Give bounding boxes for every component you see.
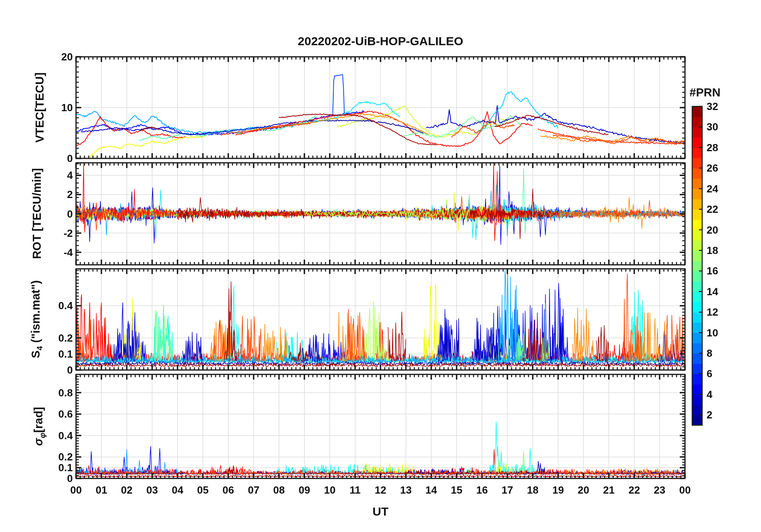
x-tick-label: 06 <box>222 484 234 496</box>
x-tick-label: 04 <box>172 484 183 496</box>
colorbar-tick-label: 8 <box>707 347 712 360</box>
x-tick-label: 03 <box>146 484 158 496</box>
colorbar-tick-label: 32 <box>707 100 718 113</box>
figure-root: 20220202-UiB-HOP-GALILEO VTEC[TECU] ROT … <box>0 0 761 532</box>
x-tick-label: 18 <box>527 484 539 496</box>
y-tick-label: 0.8 <box>17 386 73 399</box>
y-tick-label: 0.1 <box>17 348 73 360</box>
y-tick-label: 0.1 <box>17 462 73 474</box>
x-tick-label: 09 <box>298 484 310 496</box>
y-tick-label: 0 <box>17 364 73 376</box>
x-tick-label: 02 <box>121 484 132 496</box>
x-tick-label: 13 <box>400 484 412 496</box>
colorbar-tick-label: 10 <box>707 326 718 339</box>
colorbar-tick-label: 18 <box>707 244 718 256</box>
x-tick-label: 00 <box>679 484 691 496</box>
y-tick-label: 0 <box>17 208 73 220</box>
x-tick-label: 05 <box>197 484 209 496</box>
colorbar-tick-label: 24 <box>707 182 718 195</box>
x-tick-label: 11 <box>350 484 361 496</box>
colorbar-tick-label: 30 <box>707 121 718 133</box>
chart-title: 20220202-UiB-HOP-GALILEO <box>298 34 463 48</box>
y-tick-label: 10 <box>17 102 73 114</box>
x-tick-label: 00 <box>70 484 82 496</box>
colorbar-tick-label: 26 <box>707 162 718 174</box>
y-tick-label: 4 <box>17 169 73 182</box>
x-tick-label: 01 <box>96 484 107 496</box>
x-tick-label: 15 <box>451 484 463 496</box>
x-tick-label: 08 <box>273 484 285 496</box>
colorbar-tick-label: 28 <box>707 141 718 154</box>
x-tick-label: 17 <box>502 484 513 496</box>
y-tick-label: 20 <box>17 51 73 63</box>
x-tick-label: 23 <box>654 484 665 496</box>
colorbar-tick-label: 20 <box>707 224 718 236</box>
x-tick-label: 20 <box>578 484 589 496</box>
x-tick-label: 12 <box>375 484 387 496</box>
x-tick-label: 21 <box>603 484 615 496</box>
colorbar-tick-label: 22 <box>707 203 718 216</box>
y-tick-label: 0.6 <box>17 408 73 420</box>
y-tick-label: -4 <box>17 246 73 258</box>
x-tick-label: 14 <box>425 484 437 496</box>
y-tick-label: 0.2 <box>17 451 73 463</box>
x-tick-label: 16 <box>476 484 488 496</box>
chart-canvas <box>0 0 761 532</box>
y-tick-label: 0 <box>17 152 73 165</box>
y-tick-label: 2 <box>17 188 73 201</box>
colorbar-tick-label: 4 <box>707 388 712 400</box>
y-tick-label: 0.2 <box>17 332 73 344</box>
colorbar-tick-label: 2 <box>707 409 712 421</box>
x-tick-label: 22 <box>629 484 640 496</box>
x-tick-label: 07 <box>248 484 259 496</box>
colorbar-tick-label: 14 <box>707 285 718 298</box>
colorbar-title: #PRN <box>689 86 720 99</box>
ylabel-s4: S4 ("ism.mat") <box>29 280 44 358</box>
colorbar-tick-label: 16 <box>707 265 718 277</box>
y-tick-label: 0.4 <box>17 429 73 442</box>
y-tick-label: -2 <box>17 227 73 239</box>
x-tick-label: 10 <box>324 484 336 496</box>
x-tick-label: 19 <box>552 484 564 496</box>
y-tick-label: 0.4 <box>17 300 73 312</box>
x-axis-title: UT <box>372 505 389 518</box>
y-tick-label: 0 <box>17 472 73 485</box>
colorbar-tick-label: 6 <box>707 368 712 380</box>
colorbar-tick-label: 12 <box>707 306 718 318</box>
